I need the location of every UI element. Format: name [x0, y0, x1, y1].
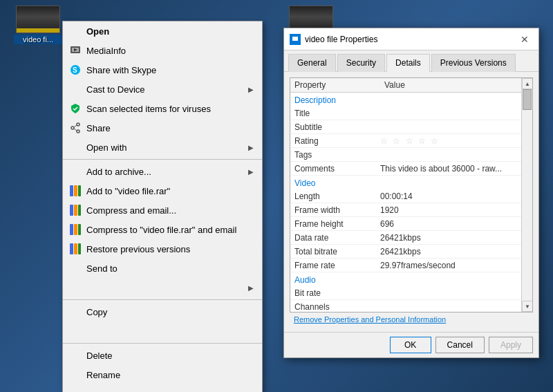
context-menu-compressraremail[interactable]: Restore previous versions — [63, 239, 262, 259]
context-menu-rename[interactable] — [63, 384, 262, 392]
context-menu-shortcut[interactable]: Delete — [63, 346, 262, 365]
scrollbar-down-arrow[interactable]: ▼ — [522, 301, 533, 312]
tab-security[interactable]: Security — [337, 54, 385, 72]
section-video: Video — [290, 176, 532, 189]
table-row: Frame width 1920 — [290, 203, 532, 217]
properties-dialog: video file Properties ✕ General Security… — [283, 28, 539, 358]
context-menu-open[interactable]: Open — [63, 21, 262, 41]
sendto-icon — [68, 281, 82, 295]
prop-subtitle-label: Subtitle — [294, 122, 380, 132]
dialog-icon — [290, 34, 301, 45]
svg-rect-15 — [78, 205, 81, 216]
context-menu-restore-label: Send to — [86, 263, 254, 274]
tab-previous-versions[interactable]: Previous Versions — [431, 54, 516, 72]
skype-icon: S — [68, 63, 82, 77]
context-menu-skype-label: Share with Skype — [86, 65, 254, 75]
prop-frameheight-value: 696 — [380, 219, 528, 229]
tab-details[interactable]: Details — [386, 54, 430, 72]
dialog-tabs: General Security Details Previous Versio… — [284, 50, 538, 72]
context-menu-scan[interactable]: Scan selected items for viruses — [63, 99, 262, 118]
prop-rating-value: ☆ ☆ ☆ ☆ ☆ — [380, 136, 528, 146]
table-row: Total bitrate 26421kbps — [290, 245, 532, 259]
table-row: Data rate 26421kbps — [290, 231, 532, 245]
dialog-close-button[interactable]: ✕ — [516, 31, 533, 48]
svg-point-7 — [71, 127, 74, 129]
cancel-button[interactable]: Cancel — [435, 337, 485, 353]
dialog-buttons: OK Cancel Apply — [284, 332, 538, 357]
svg-line-8 — [74, 125, 77, 127]
separator-3 — [63, 343, 262, 344]
winrar-icon-4 — [68, 242, 82, 256]
separator-2 — [63, 299, 262, 300]
ok-button[interactable]: OK — [390, 337, 431, 353]
context-menu-giveaccess-label: Add to archive... — [86, 167, 248, 177]
context-menu-scan-label: Scan selected items for viruses — [86, 104, 254, 114]
prop-rating-label: Rating — [294, 136, 380, 146]
openwith-arrow: ▶ — [248, 144, 254, 151]
context-menu-delete[interactable]: Rename — [63, 365, 262, 384]
context-menu-open-label: Open — [86, 26, 254, 37]
prop-tags-label: Tags — [294, 150, 380, 160]
context-menu-compressraremail-label: Restore previous versions — [86, 244, 254, 254]
context-menu-mediainfo[interactable]: MediaInfo — [63, 41, 262, 60]
apply-button[interactable]: Apply — [489, 337, 533, 353]
dialog-titlebar: video file Properties ✕ — [284, 28, 538, 50]
context-menu-cut-label: Copy — [86, 307, 254, 317]
copy-icon — [68, 324, 82, 338]
table-row: Rating ☆ ☆ ☆ ☆ ☆ — [290, 134, 532, 148]
svg-rect-18 — [78, 224, 81, 235]
desktop: video fi... video file Open MediaInfo S … — [0, 0, 553, 392]
desktop-icon-video[interactable]: video fi... — [14, 6, 62, 44]
context-menu-shortcut-label: Delete — [86, 351, 254, 361]
scrollbar-thumb[interactable] — [523, 89, 532, 110]
context-menu-copy[interactable] — [63, 321, 262, 341]
prop-title-label: Title — [294, 109, 380, 118]
context-menu-restore[interactable]: Send to — [63, 259, 262, 278]
context-menu-giveaccess[interactable]: Add to archive... ▶ — [63, 162, 262, 181]
table-header: Property Value — [290, 78, 532, 93]
context-menu-share[interactable]: Share — [63, 118, 262, 138]
context-menu-cut[interactable]: Copy — [63, 302, 262, 321]
dialog-title: video file Properties — [305, 35, 516, 44]
context-menu-addrar[interactable]: Compress and email... — [63, 200, 262, 220]
svg-rect-11 — [74, 185, 77, 196]
table-row: Frame rate 29.97frames/second — [290, 259, 532, 272]
prop-length-label: Length — [294, 192, 380, 201]
context-menu-skype[interactable]: S Share with Skype — [63, 60, 262, 80]
share-icon — [68, 121, 82, 135]
col-property-header: Property — [294, 80, 384, 90]
prop-framerate-label: Frame rate — [294, 261, 380, 270]
context-menu-cast-label: Cast to Device — [86, 84, 248, 95]
mediainfo-icon — [68, 44, 82, 57]
scrollbar[interactable]: ▲ ▼ — [521, 78, 532, 312]
context-menu-addarchive[interactable]: Add to "video file.rar" — [63, 181, 262, 200]
svg-rect-21 — [78, 243, 81, 254]
context-menu-compressemail[interactable]: Compress to "video file.rar" and email — [63, 220, 262, 239]
svg-rect-12 — [78, 185, 81, 196]
prop-frameheight-label: Frame height — [294, 219, 380, 229]
restore-icon — [68, 261, 82, 275]
context-menu-cast[interactable]: Cast to Device ▶ — [63, 80, 262, 99]
remove-properties-link[interactable]: Remove Properties and Personal Informati… — [290, 312, 533, 326]
winrar-icon-2 — [68, 203, 82, 217]
svg-rect-19 — [70, 243, 73, 254]
table-row: Title — [290, 106, 532, 120]
context-menu-openwith[interactable]: Open with ▶ — [63, 138, 262, 157]
svg-line-9 — [74, 129, 77, 131]
prop-comments-label: Comments — [294, 164, 380, 174]
col-value-header: Value — [384, 80, 528, 90]
context-menu: Open MediaInfo S Share with Skype Cast t… — [62, 21, 263, 392]
shortcut-icon — [68, 348, 82, 362]
svg-point-6 — [77, 130, 79, 133]
scrollbar-up-arrow[interactable]: ▲ — [522, 78, 533, 89]
table-row: Comments This video is about 36000 - raw… — [290, 162, 532, 176]
table-row: Channels — [290, 300, 532, 312]
desktop-icon-label: video fi... — [14, 35, 62, 44]
tab-general[interactable]: General — [288, 54, 336, 72]
shield-icon — [68, 102, 82, 115]
section-description: Description — [290, 93, 532, 106]
context-menu-sendto[interactable]: ▶ — [63, 278, 262, 297]
svg-rect-14 — [74, 205, 77, 216]
prop-datarate-label: Data rate — [294, 233, 380, 243]
prop-framewidth-value: 1920 — [380, 205, 528, 215]
